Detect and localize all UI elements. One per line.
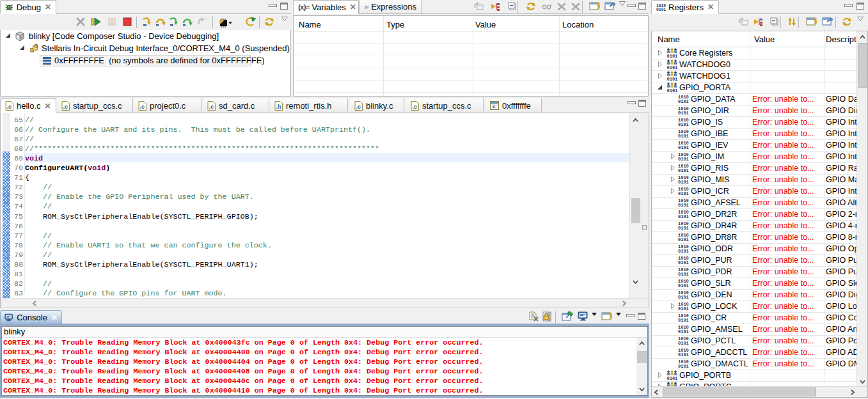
svg-text:0101: 0101 bbox=[678, 283, 689, 288]
svg-text:c: c bbox=[493, 104, 496, 109]
svg-text:...: ... bbox=[477, 7, 480, 11]
svg-text:0101: 0101 bbox=[667, 88, 678, 93]
svg-text:0101: 0101 bbox=[678, 99, 689, 104]
svg-text:0101: 0101 bbox=[678, 134, 689, 138]
svg-text:0101: 0101 bbox=[678, 191, 689, 196]
svg-text:0101: 0101 bbox=[667, 77, 678, 81]
svg-text:0101: 0101 bbox=[678, 157, 689, 161]
svg-text:0101: 0101 bbox=[678, 306, 689, 311]
svg-text:0101: 0101 bbox=[667, 65, 678, 70]
svg-text:0101: 0101 bbox=[678, 226, 689, 230]
svg-text:0101: 0101 bbox=[667, 54, 678, 58]
svg-text:.c: .c bbox=[7, 104, 12, 110]
svg-text:0101: 0101 bbox=[678, 272, 689, 276]
svg-text:0101: 0101 bbox=[678, 122, 689, 127]
svg-text:0101: 0101 bbox=[667, 376, 678, 380]
svg-text:0101: 0101 bbox=[678, 318, 689, 322]
svg-text:0101: 0101 bbox=[678, 249, 689, 253]
svg-text:0101: 0101 bbox=[678, 341, 689, 345]
svg-text:.c: .c bbox=[209, 103, 214, 109]
svg-text:0101: 0101 bbox=[678, 203, 689, 207]
svg-text:.h: .h bbox=[276, 103, 281, 109]
svg-text:0101: 0101 bbox=[678, 329, 689, 334]
svg-text:.c: .c bbox=[413, 103, 418, 109]
svg-text:0101: 0101 bbox=[678, 214, 689, 219]
svg-text:x: x bbox=[365, 8, 367, 9]
svg-text:0101: 0101 bbox=[678, 364, 689, 368]
svg-text:.c: .c bbox=[356, 103, 361, 109]
svg-text:0101: 0101 bbox=[656, 8, 666, 12]
svg-text:0101: 0101 bbox=[678, 180, 689, 184]
svg-text:0101: 0101 bbox=[678, 237, 689, 242]
svg-text:0101: 0101 bbox=[678, 295, 689, 299]
svg-text:0101: 0101 bbox=[678, 260, 689, 265]
svg-text:0101: 0101 bbox=[678, 352, 689, 357]
svg-text:.c: .c bbox=[63, 103, 68, 109]
svg-text:0101: 0101 bbox=[678, 145, 689, 150]
svg-text:.c: .c bbox=[140, 103, 145, 109]
svg-text:...: ... bbox=[741, 22, 745, 26]
svg-text:0101: 0101 bbox=[678, 111, 689, 115]
svg-text:0101: 0101 bbox=[678, 168, 689, 173]
